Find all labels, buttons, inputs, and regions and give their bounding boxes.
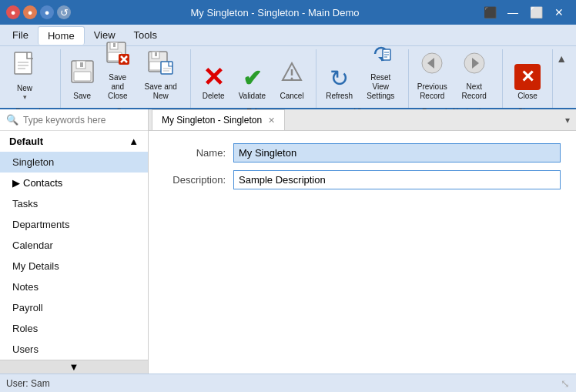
app-icon-red: ● bbox=[6, 5, 20, 19]
maximize-button[interactable]: ⬜ bbox=[525, 2, 547, 23]
minimize-button[interactable]: — bbox=[502, 2, 524, 23]
svg-point-24 bbox=[291, 78, 293, 80]
app-icon-refresh[interactable]: ↺ bbox=[57, 5, 71, 19]
validate-label: Validate bbox=[239, 92, 266, 101]
menu-tools[interactable]: Tools bbox=[125, 26, 166, 44]
validate-button[interactable]: ✔ Validate bbox=[233, 49, 271, 105]
previous-record-label: Previous Record bbox=[417, 82, 447, 101]
name-field[interactable] bbox=[233, 143, 561, 162]
sidebar-scroll-down[interactable]: ▼ bbox=[0, 360, 148, 374]
sidebar-item-contacts[interactable]: ▶ Contacts bbox=[0, 173, 148, 193]
tab-close-button[interactable]: ✕ bbox=[268, 116, 275, 126]
ribbon-group-edit-items: ✕ Delete ✔ Validate Cancel bbox=[197, 49, 310, 105]
menu-bar: File Home View Tools bbox=[0, 25, 576, 46]
tab-bar: My Singleton - Singleton ✕ ▾ bbox=[149, 109, 576, 131]
main-area: 🔍 Default ▲ Singleton ▶ Contacts Tasks D… bbox=[0, 109, 576, 374]
ribbon-group-view: ↻ Refresh Reset View Settings View bbox=[316, 49, 409, 108]
svg-rect-6 bbox=[74, 72, 91, 81]
svg-rect-7 bbox=[80, 62, 83, 67]
content-area: My Singleton - Singleton ✕ ▾ Name: Descr… bbox=[149, 109, 576, 374]
next-record-icon bbox=[461, 49, 487, 81]
resize-handle[interactable]: ⤡ bbox=[561, 377, 570, 390]
cancel-icon bbox=[280, 60, 304, 90]
save-button[interactable]: Save bbox=[67, 49, 98, 105]
ribbon-group-close: ✕ Close Close bbox=[503, 49, 553, 108]
delete-icon: ✕ bbox=[203, 64, 224, 90]
next-record-button[interactable]: Next Record bbox=[452, 49, 496, 105]
menu-file[interactable]: File bbox=[3, 26, 38, 44]
app-icon-blue: ● bbox=[40, 5, 54, 19]
tab-dropdown-button[interactable]: ▾ bbox=[562, 113, 573, 127]
sidebar-item-my-details[interactable]: My Details bbox=[0, 256, 148, 276]
ribbon-group-save-items: Save Save and Close bbox=[67, 49, 184, 105]
contacts-label: Contacts bbox=[23, 177, 62, 189]
svg-rect-19 bbox=[161, 62, 172, 74]
search-icon: 🔍 bbox=[6, 114, 18, 126]
sidebar-item-roles[interactable]: Roles bbox=[0, 318, 148, 339]
save-new-icon bbox=[148, 49, 174, 81]
cancel-button[interactable]: Cancel bbox=[274, 49, 310, 105]
save-icon bbox=[69, 59, 95, 90]
restore-button[interactable]: ⬛ bbox=[479, 2, 501, 23]
next-record-label: Next Record bbox=[457, 82, 491, 101]
window-controls: ⬛ — ⬜ ✕ bbox=[479, 2, 570, 23]
sidebar-item-users[interactable]: Users bbox=[0, 339, 148, 360]
refresh-button[interactable]: ↻ Refresh bbox=[323, 49, 356, 105]
reset-view-icon bbox=[367, 40, 393, 72]
sidebar: 🔍 Default ▲ Singleton ▶ Contacts Tasks D… bbox=[0, 109, 149, 374]
sidebar-item-singleton[interactable]: Singleton bbox=[0, 152, 148, 173]
form-area: Name: Description: bbox=[149, 131, 576, 374]
contacts-arrow-icon: ▶ bbox=[12, 177, 20, 189]
ribbon-group-close-items: ✕ Close bbox=[509, 49, 546, 105]
ribbon-group-view-items: ↻ Refresh Reset View Settings bbox=[323, 49, 402, 105]
sidebar-item-notes[interactable]: Notes bbox=[0, 276, 148, 297]
close-ribbon-icon: ✕ bbox=[514, 64, 541, 90]
menu-home[interactable]: Home bbox=[38, 26, 85, 45]
validate-icon: ✔ bbox=[243, 67, 262, 90]
sidebar-item-departments[interactable]: Departments bbox=[0, 214, 148, 235]
ribbon-group-records-creation: New ▾ Records Creation bbox=[6, 49, 61, 108]
ribbon: New ▾ Records Creation Save bbox=[0, 46, 576, 109]
search-input[interactable] bbox=[23, 115, 142, 126]
ribbon-group-edit: ✕ Delete ✔ Validate Cancel Edit bbox=[191, 49, 316, 108]
tab-label: My Singleton - Singleton bbox=[162, 115, 262, 126]
close-button[interactable]: ✕ Close bbox=[509, 49, 546, 105]
sidebar-search-area: 🔍 bbox=[0, 109, 148, 131]
ribbon-group-save: Save Save and Close bbox=[61, 49, 191, 108]
save-and-close-label: Save and Close bbox=[106, 73, 129, 101]
app-icon-orange: ● bbox=[23, 5, 37, 19]
save-and-new-button[interactable]: Save and New bbox=[138, 49, 184, 105]
tab-my-singleton[interactable]: My Singleton - Singleton ✕ bbox=[152, 109, 285, 130]
save-and-close-button[interactable]: Save and Close bbox=[101, 49, 135, 105]
sidebar-section-default[interactable]: Default ▲ bbox=[0, 131, 148, 152]
save-and-new-label: Save and New bbox=[143, 82, 179, 101]
reset-view-settings-button[interactable]: Reset View Settings bbox=[359, 49, 402, 105]
sidebar-item-calendar[interactable]: Calendar bbox=[0, 235, 148, 256]
save-label: Save bbox=[73, 92, 91, 101]
title-bar-icons: ● ● ● ↺ bbox=[6, 5, 71, 19]
window-title: My Singleton - Singleton - Main Demo bbox=[191, 7, 360, 18]
description-field[interactable] bbox=[233, 170, 561, 189]
ribbon-group-records-navigation: Previous Record Next Record Records Navi… bbox=[409, 49, 503, 108]
reset-view-settings-label: Reset View Settings bbox=[364, 73, 397, 101]
delete-button[interactable]: ✕ Delete bbox=[197, 49, 230, 105]
previous-record-button[interactable]: Previous Record bbox=[415, 49, 449, 105]
form-row-name: Name: bbox=[164, 143, 561, 162]
new-button[interactable]: New ▾ bbox=[6, 49, 43, 105]
delete-label: Delete bbox=[203, 92, 225, 101]
title-bar: ● ● ● ↺ My Singleton - Singleton - Main … bbox=[0, 0, 576, 25]
title-bar-left: ● ● ● ↺ bbox=[6, 5, 71, 19]
description-label: Description: bbox=[164, 174, 233, 186]
svg-rect-18 bbox=[155, 52, 157, 56]
sidebar-nav: Default ▲ Singleton ▶ Contacts Tasks Dep… bbox=[0, 131, 148, 360]
refresh-label: Refresh bbox=[326, 92, 353, 101]
sidebar-collapse-icon: ▲ bbox=[129, 136, 139, 147]
sidebar-item-tasks[interactable]: Tasks bbox=[0, 193, 148, 214]
sidebar-item-payroll[interactable]: Payroll bbox=[0, 297, 148, 318]
close-window-button[interactable]: ✕ bbox=[548, 2, 570, 23]
new-label: New bbox=[17, 84, 32, 93]
sidebar-section-label: Default bbox=[9, 136, 43, 147]
ribbon-collapse-button[interactable]: ▲ bbox=[553, 49, 570, 108]
status-bar: User: Sam ⤡ bbox=[0, 374, 576, 392]
ribbon-group-creation-items: New ▾ bbox=[6, 49, 54, 105]
